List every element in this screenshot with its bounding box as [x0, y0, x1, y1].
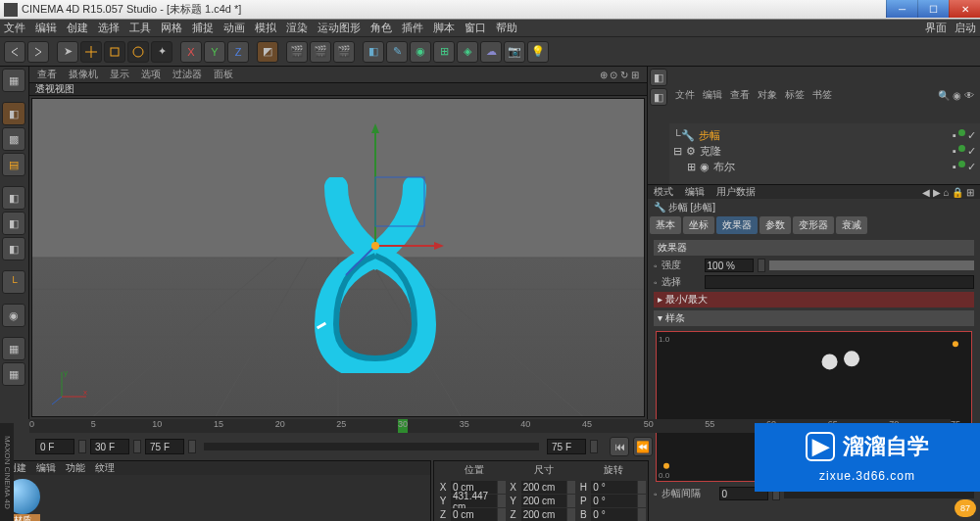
start-frame-field[interactable]: 0 F: [35, 439, 74, 454]
om-tags[interactable]: 标签: [785, 88, 805, 102]
step-back-button[interactable]: ⏪: [633, 437, 653, 456]
menu-file[interactable]: 文件: [4, 21, 25, 35]
scale-tool[interactable]: [104, 41, 125, 63]
mat-func[interactable]: 功能: [66, 461, 85, 475]
coord-field[interactable]: 200 cm: [521, 495, 567, 507]
render-region-button[interactable]: 🎬: [310, 41, 331, 63]
nurbs-button[interactable]: ◉: [410, 41, 431, 63]
axis-z-lock[interactable]: Z: [227, 41, 249, 63]
vp-menu-view[interactable]: 查看: [37, 68, 57, 81]
redo-button[interactable]: [27, 41, 49, 63]
axis-mode-button[interactable]: └: [2, 270, 25, 294]
attr-userdata[interactable]: 用户数据: [716, 185, 756, 199]
coord-system-button[interactable]: ◩: [257, 41, 278, 63]
point-mode-button[interactable]: ◧: [2, 186, 25, 210]
enable-snap-button[interactable]: ◉: [2, 304, 25, 327]
tab-coord[interactable]: 坐标: [683, 216, 714, 234]
spinner[interactable]: [188, 440, 196, 453]
menu-select[interactable]: 选择: [98, 21, 120, 35]
layer-tag-icon[interactable]: ▪: [953, 129, 956, 142]
tab-falloff[interactable]: 衰减: [836, 216, 867, 234]
obj-row-step[interactable]: └🔧 步幅 ▪✓: [673, 127, 976, 143]
expand-icon[interactable]: ⊞: [687, 161, 696, 173]
layer-tag-icon[interactable]: ▪: [953, 145, 956, 158]
anim-dot[interactable]: ◦: [654, 277, 658, 288]
polygon-mode-button[interactable]: ◧: [2, 237, 25, 260]
anim-dot[interactable]: ◦: [654, 260, 658, 271]
coord-field[interactable]: 200 cm: [521, 508, 567, 521]
vp-menu-camera[interactable]: 摄像机: [69, 68, 98, 81]
window-maximize-button[interactable]: ☐: [917, 0, 949, 18]
rotate-tool[interactable]: [127, 41, 149, 63]
window-minimize-button[interactable]: ─: [886, 0, 917, 18]
menu-window[interactable]: 窗口: [465, 21, 486, 35]
om-edit[interactable]: 编辑: [703, 88, 722, 102]
obj-filter1-button[interactable]: ◧: [650, 69, 667, 86]
object-tree[interactable]: └🔧 步幅 ▪✓ ⊟ ⚙ 克隆 ▪✓ ⊞ ◉ 布尔 ▪✓: [669, 123, 980, 184]
menu-render[interactable]: 渲染: [286, 21, 308, 35]
mat-edit[interactable]: 编辑: [36, 461, 56, 475]
environment-button[interactable]: ☁: [480, 41, 502, 63]
spinner[interactable]: [133, 440, 141, 453]
render-view-button[interactable]: 🎬: [286, 41, 308, 63]
menu-character[interactable]: 角色: [370, 21, 392, 35]
anim-dot[interactable]: ◦: [654, 489, 658, 499]
tab-param[interactable]: 参数: [760, 216, 791, 234]
obj-row-boole[interactable]: ⊞ ◉ 布尔 ▪✓: [673, 159, 976, 174]
make-editable-button[interactable]: ▦: [2, 69, 25, 92]
menu-create[interactable]: 创建: [67, 21, 88, 35]
tab-effector[interactable]: 效果器: [716, 216, 758, 234]
viewport-solo2-button[interactable]: ▦: [2, 362, 25, 386]
attr-mode[interactable]: 模式: [654, 185, 673, 199]
obj-filter2-button[interactable]: ◧: [650, 88, 667, 106]
menu-tools[interactable]: 工具: [129, 21, 151, 35]
range-end-field[interactable]: 75 F: [547, 439, 586, 454]
menu-script[interactable]: 脚本: [433, 21, 455, 35]
spinner[interactable]: [498, 495, 506, 507]
vp-menu-panel[interactable]: 面板: [214, 68, 233, 81]
attr-section-minmax[interactable]: ▸ 最小/最大: [654, 292, 974, 308]
coord-field[interactable]: 0 °: [591, 495, 637, 507]
camera-button[interactable]: 📷: [504, 41, 525, 63]
om-search-icon[interactable]: 🔍 ◉ 👁: [938, 90, 974, 101]
visibility-dot[interactable]: [958, 145, 965, 152]
primitive-cube-button[interactable]: ◧: [363, 41, 384, 63]
om-object[interactable]: 对象: [758, 88, 777, 102]
coord-field[interactable]: 0 °: [591, 481, 637, 494]
coord-field[interactable]: 0 °: [591, 508, 637, 521]
spinner[interactable]: [498, 481, 506, 494]
coord-field[interactable]: 431.447 cm: [451, 495, 497, 507]
attr-section-spline[interactable]: ▾ 样条: [654, 310, 974, 326]
select-tool[interactable]: ➤: [57, 41, 78, 63]
visibility-dot[interactable]: [958, 129, 965, 136]
strength-field[interactable]: 100 %: [705, 259, 754, 272]
lastused-tool[interactable]: ✦: [151, 41, 172, 63]
texture-mode-button[interactable]: ▩: [2, 127, 25, 151]
model-mode-button[interactable]: ◧: [2, 102, 25, 125]
menu-simulate[interactable]: 模拟: [255, 21, 276, 35]
layer-tag-icon[interactable]: ▪: [953, 161, 956, 173]
move-tool[interactable]: [80, 41, 102, 63]
menu-help[interactable]: 帮助: [496, 21, 517, 35]
spinner[interactable]: [78, 440, 86, 453]
obj-row-cloner[interactable]: ⊟ ⚙ 克隆 ▪✓: [673, 143, 976, 159]
visibility-dot[interactable]: [958, 161, 965, 167]
selection-field[interactable]: [705, 275, 974, 289]
menu-plugins[interactable]: 插件: [402, 21, 423, 35]
menu-mograph[interactable]: 运动图形: [318, 21, 361, 35]
coord-field[interactable]: 200 cm: [521, 481, 567, 494]
attr-nav-icons[interactable]: ◀ ▶ ⌂ 🔒 ⊞: [922, 187, 974, 198]
mat-tex[interactable]: 纹理: [95, 461, 115, 475]
goto-start-button[interactable]: ⏮: [610, 437, 629, 456]
current-frame-field[interactable]: 30 F: [90, 439, 129, 454]
window-close-button[interactable]: ✕: [949, 0, 980, 18]
tab-basic[interactable]: 基本: [650, 216, 681, 234]
vp-menu-display[interactable]: 显示: [110, 68, 129, 81]
om-file[interactable]: 文件: [675, 88, 695, 102]
edge-mode-button[interactable]: ◧: [2, 212, 25, 235]
attr-edit[interactable]: 编辑: [685, 185, 705, 199]
om-view[interactable]: 查看: [730, 88, 750, 102]
spinner[interactable]: [638, 508, 646, 521]
om-bookmarks[interactable]: 书签: [812, 88, 832, 102]
viewport-solo-button[interactable]: ▦: [2, 337, 25, 360]
